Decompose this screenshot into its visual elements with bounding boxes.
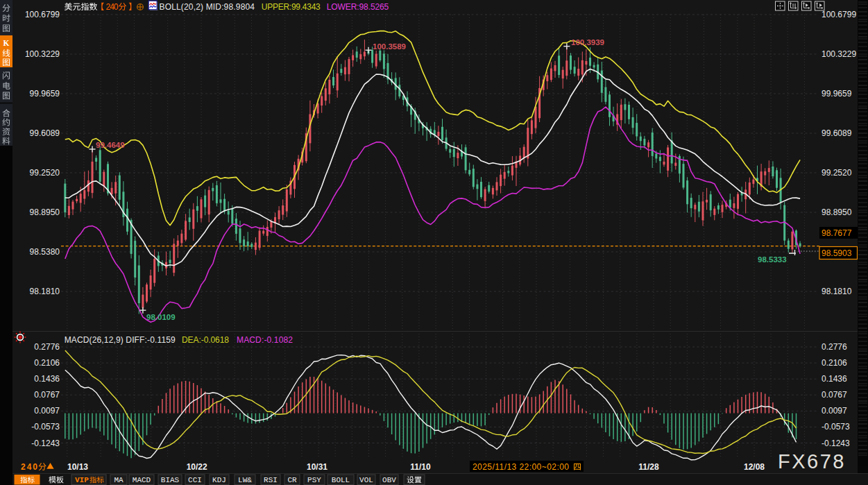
svg-text:99.2520: 99.2520 <box>30 168 60 178</box>
svg-text:98.5903: 98.5903 <box>822 248 852 258</box>
svg-text:OBV: OBV <box>382 476 396 484</box>
svg-text:99.9659: 99.9659 <box>30 89 60 99</box>
svg-text:100.3229: 100.3229 <box>822 49 856 59</box>
svg-text:K: K <box>3 39 10 47</box>
svg-text:98.7677: 98.7677 <box>822 228 852 238</box>
svg-text:10/22: 10/22 <box>187 462 207 472</box>
svg-text:98.0109: 98.0109 <box>146 313 176 321</box>
svg-text:240: 240 <box>106 2 119 12</box>
svg-text:UPPER:99.4343: UPPER:99.4343 <box>262 2 321 12</box>
svg-text:-0.0573: -0.0573 <box>822 422 850 432</box>
svg-text:0.2106: 0.2106 <box>34 358 60 368</box>
svg-text:2025/11/13 22:00~02:00: 2025/11/13 22:00~02:00 <box>473 462 569 472</box>
svg-text:100.3229: 100.3229 <box>25 49 60 59</box>
svg-text:100.3939: 100.3939 <box>571 38 604 46</box>
svg-text:BIAS: BIAS <box>161 476 180 484</box>
svg-text:98.5380: 98.5380 <box>30 247 60 257</box>
svg-text:0.2776: 0.2776 <box>34 342 60 352</box>
svg-text:99.4649: 99.4649 <box>96 141 125 149</box>
svg-text:BOLL: BOLL <box>332 476 350 484</box>
svg-text:0.2776: 0.2776 <box>822 342 847 352</box>
svg-text:99.9659: 99.9659 <box>822 89 852 99</box>
svg-text:10/13: 10/13 <box>67 462 88 472</box>
svg-text:10/31: 10/31 <box>307 462 327 472</box>
svg-text:BOLL(20,2) MID:98.9804: BOLL(20,2) MID:98.9804 <box>160 2 255 12</box>
svg-text:98.8950: 98.8950 <box>822 207 852 217</box>
svg-text:11/28: 11/28 <box>638 462 659 472</box>
svg-text:12/08: 12/08 <box>744 462 765 472</box>
svg-text:100.3589: 100.3589 <box>373 42 406 51</box>
svg-text:LOWER:98.5265: LOWER:98.5265 <box>327 2 389 12</box>
svg-text:99.2520: 99.2520 <box>822 168 852 178</box>
svg-text:LW&: LW& <box>238 476 252 484</box>
svg-text:0.1436: 0.1436 <box>822 374 847 384</box>
svg-text:MACD(26,12,9) DIFF:-0.1159: MACD(26,12,9) DIFF:-0.1159 <box>65 335 176 345</box>
svg-text:CR: CR <box>287 476 297 484</box>
svg-text:98.1810: 98.1810 <box>822 287 852 296</box>
svg-text:-0.0573: -0.0573 <box>31 422 60 432</box>
svg-text:98.5333: 98.5333 <box>758 255 787 264</box>
svg-text:KDJ: KDJ <box>212 476 226 484</box>
svg-text:RSI: RSI <box>264 476 278 484</box>
svg-text:0.1436: 0.1436 <box>34 374 60 384</box>
svg-text:0.0767: 0.0767 <box>822 390 847 400</box>
svg-text:-0.1243: -0.1243 <box>822 439 850 448</box>
svg-text:98.1810: 98.1810 <box>30 287 60 296</box>
svg-text:0.0767: 0.0767 <box>34 390 60 400</box>
svg-text:DEA:-0.0618: DEA:-0.0618 <box>182 335 229 345</box>
svg-text:0.2106: 0.2106 <box>822 358 847 368</box>
svg-text:MA: MA <box>114 476 124 484</box>
svg-text:100.6799: 100.6799 <box>25 10 60 19</box>
svg-text:240: 240 <box>21 462 37 472</box>
svg-text:-0.1243: -0.1243 <box>31 439 60 448</box>
svg-text:99.6089: 99.6089 <box>30 128 60 138</box>
svg-text:CCI: CCI <box>188 476 202 484</box>
svg-text:FX678: FX678 <box>778 450 846 473</box>
svg-text:VOL: VOL <box>359 476 373 484</box>
svg-text:11/10: 11/10 <box>410 462 431 472</box>
svg-text:99.6089: 99.6089 <box>822 128 852 138</box>
svg-text:98.8950: 98.8950 <box>30 207 60 217</box>
svg-text:PSY: PSY <box>307 476 321 484</box>
svg-text:0.0097: 0.0097 <box>34 406 60 416</box>
svg-text:MACD: MACD <box>133 476 151 484</box>
svg-text:100.6799: 100.6799 <box>822 10 856 19</box>
svg-text:VIP: VIP <box>75 476 89 484</box>
svg-text:MACD:-0.1082: MACD:-0.1082 <box>237 335 293 345</box>
svg-text:0.0097: 0.0097 <box>822 406 847 416</box>
